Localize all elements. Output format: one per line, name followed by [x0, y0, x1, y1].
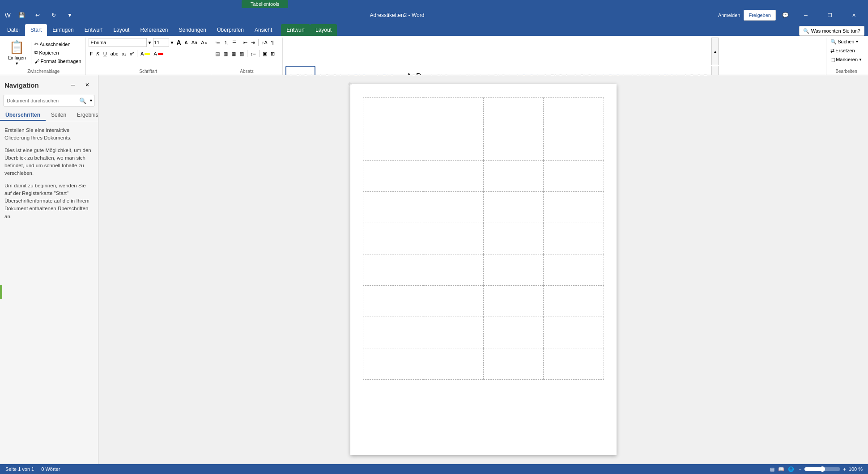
strikethrough-button[interactable]: abc	[109, 50, 120, 58]
bold-button[interactable]: F	[89, 50, 94, 58]
cut-button[interactable]: ✂ Ausschneiden	[33, 40, 82, 48]
label-cell[interactable]	[544, 161, 604, 192]
paste-button[interactable]: 📋 Einfügen ▼	[4, 40, 29, 65]
label-cell[interactable]	[544, 223, 604, 254]
line-spacing-button[interactable]: ↕≡	[249, 50, 257, 58]
restore-button[interactable]: ❐	[820, 8, 840, 22]
label-cell[interactable]	[483, 192, 544, 223]
select-dropdown-icon[interactable]: ▼	[859, 58, 862, 62]
nav-minimize-btn[interactable]: ─	[67, 79, 79, 91]
tab-entwurf2[interactable]: Entwurf	[281, 24, 310, 36]
minimize-button[interactable]: ─	[796, 8, 816, 22]
label-cell[interactable]	[363, 161, 423, 192]
qat-more-btn[interactable]: ▼	[64, 9, 76, 21]
label-cell[interactable]	[544, 129, 604, 161]
comment-icon[interactable]: 💬	[779, 9, 792, 21]
font-color-button[interactable]: A	[152, 50, 164, 58]
label-cell[interactable]	[363, 223, 423, 254]
font-grow-button[interactable]: A	[175, 38, 182, 47]
what-todo-button[interactable]: 🔍 Was möchten Sie tun?	[799, 26, 864, 36]
increase-indent-button[interactable]: ⇥	[250, 38, 256, 47]
italic-button[interactable]: K	[95, 50, 101, 58]
zoom-slider-thumb[interactable]	[820, 466, 825, 472]
subscript-button[interactable]: x₂	[120, 50, 128, 58]
label-cell[interactable]	[363, 317, 423, 348]
show-formatting-button[interactable]: ¶	[270, 38, 275, 47]
multilevel-button[interactable]: ☰	[231, 38, 238, 47]
label-cell[interactable]	[423, 254, 484, 286]
label-cell[interactable]	[423, 286, 484, 317]
label-cell[interactable]	[363, 348, 423, 380]
sort-button[interactable]: ↕A	[260, 38, 269, 47]
text-highlight-button[interactable]: A	[139, 50, 151, 58]
tab-datei[interactable]: Datei	[2, 24, 25, 36]
tab-ueberpruefen[interactable]: Überprüfen	[212, 24, 249, 36]
label-cell[interactable]	[423, 348, 484, 380]
align-center-button[interactable]: ▥	[222, 50, 229, 58]
underline-button[interactable]: U	[102, 50, 108, 58]
qat-redo-btn[interactable]: ↻	[47, 9, 60, 21]
search-button[interactable]: 🔍 Suchen ▼	[829, 38, 860, 46]
label-cell[interactable]	[363, 286, 423, 317]
label-cell[interactable]	[544, 192, 604, 223]
zoom-in-btn[interactable]: ＋	[842, 466, 847, 473]
qat-undo-btn[interactable]: ↩	[31, 9, 44, 21]
label-cell[interactable]	[544, 98, 604, 129]
label-cell[interactable]	[483, 286, 544, 317]
label-cell[interactable]	[483, 348, 544, 380]
label-cell[interactable]	[423, 192, 484, 223]
label-cell[interactable]	[483, 161, 544, 192]
copy-button[interactable]: ⧉ Kopieren	[33, 49, 82, 57]
tab-layout[interactable]: Layout	[108, 24, 135, 36]
font-size-input[interactable]	[153, 38, 169, 47]
decrease-indent-button[interactable]: ⇤	[242, 38, 249, 47]
anmelden-btn[interactable]: Anmelden	[718, 13, 740, 18]
label-cell[interactable]	[483, 129, 544, 161]
clear-format-button[interactable]: Ax	[200, 38, 208, 47]
nav-search-dropdown[interactable]: ▼	[88, 98, 94, 103]
qat-save-btn[interactable]: 💾	[15, 9, 28, 21]
shading-button[interactable]: ▣	[261, 50, 268, 58]
tab-entwurf[interactable]: Entwurf	[79, 24, 108, 36]
label-cell[interactable]	[544, 317, 604, 348]
nav-close-btn[interactable]: ✕	[81, 79, 94, 91]
label-cell[interactable]	[483, 223, 544, 254]
nav-tab-seiten[interactable]: Seiten	[46, 110, 72, 121]
align-right-button[interactable]: ▦	[230, 50, 237, 58]
justify-button[interactable]: ▧	[238, 50, 245, 58]
align-left-button[interactable]: ▤	[214, 50, 221, 58]
numbering-button[interactable]: ⒈	[222, 38, 230, 47]
borders-button[interactable]: ⊞	[269, 50, 276, 58]
nav-tab-ueberschriften[interactable]: Überschriften	[0, 110, 46, 121]
zoom-out-btn[interactable]: －	[798, 466, 803, 473]
label-cell[interactable]	[363, 98, 423, 129]
label-cell[interactable]	[423, 317, 484, 348]
label-cell[interactable]	[483, 317, 544, 348]
paste-dropdown-icon[interactable]: ▼	[15, 61, 19, 66]
label-cell[interactable]	[483, 98, 544, 129]
label-cell[interactable]	[423, 98, 484, 129]
bullets-button[interactable]: ≔	[214, 38, 221, 47]
document-area[interactable]: ⊹	[98, 75, 868, 464]
label-cell[interactable]	[544, 348, 604, 380]
replace-button[interactable]: ⇄ Ersetzen	[829, 47, 856, 55]
tab-start[interactable]: Start	[25, 24, 47, 36]
label-cell[interactable]	[363, 254, 423, 286]
tab-referenzen[interactable]: Referenzen	[135, 24, 173, 36]
label-cell[interactable]	[544, 254, 604, 286]
nav-search-input[interactable]	[4, 97, 77, 105]
font-size-dropdown[interactable]: ▼	[170, 40, 174, 45]
label-cell[interactable]	[363, 192, 423, 223]
font-case-button[interactable]: Aa	[190, 38, 199, 47]
table-move-handle[interactable]: ⊹	[347, 80, 353, 87]
format-transfer-button[interactable]: 🖌 Format übertragen	[33, 57, 82, 65]
tab-ansicht[interactable]: Ansicht	[249, 24, 277, 36]
close-button[interactable]: ✕	[844, 8, 864, 22]
font-shrink-button[interactable]: A	[183, 38, 189, 47]
read-view-btn[interactable]: 📖	[778, 466, 784, 472]
style-scroll-up-btn[interactable]: ▲	[711, 38, 719, 65]
select-button[interactable]: ⬚ Markieren ▼	[829, 55, 864, 63]
label-cell[interactable]	[423, 161, 484, 192]
label-cell[interactable]	[423, 223, 484, 254]
font-name-input[interactable]	[89, 38, 147, 47]
